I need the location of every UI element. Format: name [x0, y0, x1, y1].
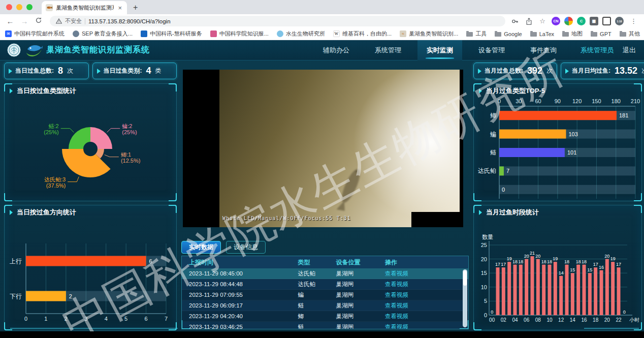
svg-text:达氏鲌:3(37.5%): 达氏鲌:3(37.5%): [44, 176, 66, 189]
address-bar[interactable]: 不安全 113.57.135.82:8090/CH/a?login: [50, 16, 505, 26]
svg-text:90: 90: [555, 98, 561, 104]
nav-item-实时监测[interactable]: 实时监测: [417, 40, 462, 60]
view-video-link[interactable]: 查看视频: [385, 291, 461, 299]
bookmark-label: 中国科学院邮件系统: [14, 30, 65, 38]
svg-text:15: 15: [587, 267, 592, 272]
current-user[interactable]: 系统管理员: [581, 46, 614, 55]
nav-item-设备管理[interactable]: 设备管理: [469, 40, 514, 60]
bar-hour-01: [496, 267, 500, 315]
stat-label: 当月过鱼总数:: [485, 67, 523, 75]
bookmark-label: GPT: [600, 31, 611, 37]
view-video-link[interactable]: 查看视频: [385, 270, 461, 278]
table-scrollbar[interactable]: [463, 269, 467, 327]
view-video-link[interactable]: 查看视频: [385, 281, 461, 288]
tab-设备信息[interactable]: 设备信息: [226, 241, 266, 254]
stat-unit: 类: [155, 67, 162, 75]
url-text: 113.57.135.82:8090/CH/a?login: [88, 18, 171, 24]
svg-text:18: 18: [593, 317, 599, 323]
color-wheel-extension-icon[interactable]: [564, 17, 573, 25]
bar-hour-03: [507, 262, 511, 315]
stat-value: 392: [527, 66, 542, 76]
window-zoom-button[interactable]: [26, 4, 33, 10]
cn-extension-icon[interactable]: CN: [552, 17, 560, 25]
bookmark-item[interactable]: ✉中国科学院邮件系统: [5, 30, 65, 38]
nav-item-事件查询[interactable]: 事件查询: [521, 40, 566, 60]
svg-text:下行: 下行: [10, 293, 22, 300]
bookmark-item[interactable]: 水生生物研究所: [277, 30, 325, 38]
tab-close-icon[interactable]: ×: [117, 4, 123, 12]
svg-text:15: 15: [481, 270, 487, 276]
forward-icon[interactable]: →: [18, 17, 30, 25]
table-row[interactable]: 2023-11-29 08:44:48达氏鲌巢湖闸查看视频: [182, 279, 468, 290]
panel-title: 当日按过鱼类型统计: [17, 86, 76, 96]
table-row[interactable]: 2023-11-29 03:46:25鲢巢湖闸查看视频: [182, 322, 468, 329]
bar-hour-14: [571, 273, 574, 315]
bar-hour-02: [502, 267, 505, 315]
tab-实时数据[interactable]: 实时数据: [181, 241, 221, 254]
reload-icon[interactable]: [33, 17, 45, 25]
bookmark-label: 巢湖鱼类智能识别...: [409, 30, 458, 38]
bookmark-item[interactable]: 地图: [562, 30, 583, 38]
svg-text:15: 15: [570, 267, 575, 272]
puzzle-extensions-icon[interactable]: ▦: [590, 17, 598, 25]
key-icon[interactable]: [510, 17, 520, 26]
green-c-extension-icon[interactable]: C: [577, 17, 586, 25]
cell-time: 2023-11-29 07:09:55: [189, 292, 298, 298]
browser-tab[interactable]: 巢湖鱼类智能识别监测系统 ×: [42, 1, 127, 14]
bookmark-label: 中国科学院知识服...: [219, 30, 269, 38]
nav-item-系统管理[interactable]: 系统管理: [366, 40, 410, 60]
tab-favicon-icon: [46, 4, 53, 11]
scrollbar-thumb[interactable]: [463, 270, 467, 286]
share-icon[interactable]: [524, 17, 533, 26]
table-row[interactable]: 2023-11-29 06:09:17鲢巢湖闸查看视频: [182, 300, 468, 311]
cell-location: 巢湖闸: [336, 323, 384, 330]
logout-button[interactable]: 退出: [623, 46, 636, 55]
back-icon[interactable]: ←: [4, 17, 16, 25]
svg-text:鲢:2(25%): 鲢:2(25%): [44, 123, 58, 135]
svg-text:30: 30: [516, 98, 522, 104]
svg-text:02: 02: [501, 317, 507, 323]
bookmark-label: LaTex: [539, 31, 554, 37]
bookmark-item[interactable]: ≈巢湖鱼类智能识别...: [400, 30, 458, 38]
stat-card: 当月过鱼总数:392次: [473, 63, 557, 79]
timer-avatar-icon[interactable]: 1:18: [615, 17, 624, 25]
svg-text:20: 20: [524, 254, 529, 259]
table-row[interactable]: 2023-11-29 08:45:00达氏鲌巢湖闸查看视频: [182, 268, 468, 279]
nav-item-辅助办公[interactable]: 辅助办公: [314, 40, 359, 60]
svg-text:7: 7: [506, 168, 509, 174]
table-row[interactable]: 2023-11-29 04:20:40鲫巢湖闸查看视频: [182, 311, 468, 322]
view-video-link[interactable]: 查看视频: [385, 323, 461, 330]
svg-text:鳊: 鳊: [490, 131, 496, 138]
folder-icon: [530, 32, 537, 37]
window-panel-icon[interactable]: [602, 17, 611, 25]
bookmark-item[interactable]: LaTex: [530, 31, 554, 37]
table-row[interactable]: 2023-11-29 07:09:55鳊巢湖闸查看视频: [182, 290, 468, 300]
svg-text:数量: 数量: [482, 234, 493, 240]
cell-type: 鳊: [298, 291, 336, 299]
bookmark-item[interactable]: Google: [495, 31, 522, 37]
view-video-link[interactable]: 查看视频: [385, 302, 461, 310]
window-minimize-button[interactable]: [16, 4, 22, 10]
browser-menu-icon[interactable]: ⋮: [628, 17, 639, 25]
svg-text:18: 18: [564, 259, 569, 264]
view-video-link[interactable]: 查看视频: [385, 313, 461, 320]
bookmark-item[interactable]: GPT: [591, 31, 611, 37]
bookmark-item[interactable]: 工具: [466, 30, 487, 38]
cell-type: 达氏鲌: [298, 270, 336, 278]
cell-location: 巢湖闸: [336, 281, 384, 288]
svg-text:5: 5: [124, 316, 127, 322]
window-close-button[interactable]: [6, 4, 12, 10]
live-video-feed[interactable]: White LED/Manual/W:OFF/Focus:55 T:31: [183, 70, 463, 227]
bookmark-item[interactable]: W维基百科，自由的...: [333, 30, 392, 38]
bookmark-item[interactable]: 其他: [620, 30, 640, 38]
new-tab-button[interactable]: +: [127, 1, 144, 14]
svg-text:00: 00: [489, 317, 495, 323]
bar-hour-17: [588, 273, 592, 315]
bar-hour-18: [594, 267, 597, 315]
bookmark-star-icon[interactable]: ☆: [538, 17, 547, 26]
monthly-stats: 当月过鱼总数:392次当月日均过鱼:13.52次: [473, 63, 642, 79]
fish-favicon: ≈: [400, 30, 406, 37]
bookmark-item[interactable]: 中国科讯-慧科研服务: [141, 30, 202, 38]
bookmark-item[interactable]: 中国科学院知识服...: [210, 30, 269, 38]
bookmark-item[interactable]: SEP 教育业务接入...: [73, 30, 133, 38]
